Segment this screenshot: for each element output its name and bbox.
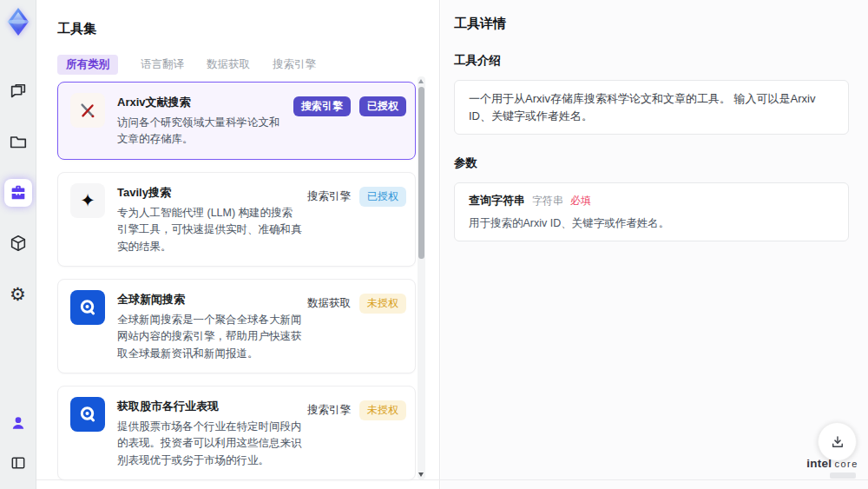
param-card: 查询字符串 字符串 必填 用于搜索的Arxiv ID、关键字或作者姓名。 bbox=[454, 182, 849, 241]
arxiv-logo-icon bbox=[70, 93, 105, 128]
intro-text: 一个用于从Arxiv存储库搜索科学论文和文章的工具。 输入可以是Arxiv ID… bbox=[469, 90, 834, 124]
scrollbar[interactable] bbox=[418, 76, 425, 479]
category-badge: 搜索引擎 bbox=[293, 96, 351, 116]
param-name: 查询字符串 bbox=[469, 193, 525, 208]
tool-list: Arxiv文献搜索 访问各个研究领域大量科学论文和文章的存储库。 搜索引擎 已授… bbox=[57, 82, 416, 489]
param-description: 用于搜索的Arxiv ID、关键字或作者姓名。 bbox=[469, 216, 834, 231]
detail-title: 工具详情 bbox=[454, 16, 849, 32]
tool-name: 获取股市各行业表现 bbox=[117, 399, 302, 414]
tavily-logo-icon: ✦ bbox=[70, 183, 105, 218]
sidebar-item-tools[interactable] bbox=[4, 179, 32, 207]
tool-name: Arxiv文献搜索 bbox=[117, 95, 288, 110]
category-label: 搜索引擎 bbox=[307, 403, 351, 418]
sidebar-item-collapse[interactable] bbox=[4, 449, 32, 477]
scroll-down-arrow-icon[interactable] bbox=[418, 472, 424, 477]
category-label: 搜索引擎 bbox=[307, 189, 351, 204]
sidebar-item-packages[interactable] bbox=[4, 229, 32, 257]
status-badge: 已授权 bbox=[359, 187, 406, 207]
package-icon bbox=[9, 234, 28, 253]
params-heading: 参数 bbox=[454, 155, 849, 171]
category-tabs: 所有类别 语言翻译 数据获取 搜索引擎 bbox=[57, 55, 439, 74]
icon-sidebar: ⚙ bbox=[0, 0, 36, 489]
tool-name: Tavily搜索 bbox=[117, 185, 302, 201]
intro-card: 一个用于从Arxiv存储库搜索科学论文和文章的工具。 输入可以是Arxiv ID… bbox=[454, 80, 849, 135]
tab-language-translation[interactable]: 语言翻译 bbox=[141, 57, 184, 72]
download-icon bbox=[830, 434, 845, 450]
status-badge: 未授权 bbox=[359, 400, 406, 420]
tab-data-fetch[interactable]: 数据获取 bbox=[207, 57, 250, 72]
tab-all-categories[interactable]: 所有类别 bbox=[57, 55, 118, 75]
toolbox-icon bbox=[9, 183, 28, 202]
intel-badge-smudge bbox=[830, 472, 856, 479]
tool-description: 提供股票市场各个行业在特定时间段内的表现。投资者可以利用这些信息来识别表现优于或… bbox=[117, 419, 302, 469]
intro-heading: 工具介绍 bbox=[454, 53, 849, 69]
panel-toggle-icon bbox=[10, 454, 27, 472]
param-type: 字符串 bbox=[532, 194, 563, 208]
tool-description: 全球新闻搜索是一个聚合全球各大新闻网站内容的搜索引擎，帮助用户快速获取全球最新资… bbox=[117, 312, 302, 362]
settings-icon: ⚙ bbox=[10, 285, 26, 303]
tool-card[interactable]: 获取股市各行业表现 提供股票市场各个行业在特定时间段内的表现。投资者可以利用这些… bbox=[57, 386, 416, 480]
status-badge: 已授权 bbox=[359, 96, 406, 116]
intel-core-logo: intelcore bbox=[806, 455, 859, 479]
param-required-flag: 必填 bbox=[570, 194, 591, 208]
tool-detail-panel: 工具详情 工具介绍 一个用于从Arxiv存储库搜索科学论文和文章的工具。 输入可… bbox=[441, 0, 868, 489]
stock-sector-logo-icon bbox=[70, 397, 105, 432]
page-title: 工具集 bbox=[57, 21, 439, 37]
scroll-up-arrow-icon[interactable] bbox=[418, 79, 424, 83]
intel-wordmark: intel bbox=[806, 457, 832, 470]
scrollbar-thumb[interactable] bbox=[418, 87, 424, 259]
tool-card[interactable]: 全球新闻搜索 全球新闻搜索是一个聚合全球各大新闻网站内容的搜索引擎，帮助用户快速… bbox=[57, 279, 416, 373]
category-label: 数据获取 bbox=[307, 296, 351, 311]
chat-icon bbox=[9, 83, 28, 102]
user-icon bbox=[10, 414, 27, 432]
tool-description: 访问各个研究领域大量科学论文和文章的存储库。 bbox=[117, 115, 288, 149]
sidebar-item-chat[interactable] bbox=[4, 78, 32, 106]
bottom-divider bbox=[36, 479, 868, 480]
app-logo-icon[interactable] bbox=[5, 7, 31, 36]
tool-list-panel: 工具集 所有类别 语言翻译 数据获取 搜索引擎 Arxiv文献搜索 访问各个研究… bbox=[36, 0, 440, 489]
sidebar-item-account[interactable] bbox=[4, 409, 32, 437]
status-badge: 未授权 bbox=[359, 294, 406, 314]
tool-description: 专为人工智能代理 (LLM) 构建的搜索引擎工具，可快速提供实时、准确和真实的结… bbox=[117, 205, 302, 255]
tool-card[interactable]: Arxiv文献搜索 访问各个研究领域大量科学论文和文章的存储库。 搜索引擎 已授… bbox=[57, 82, 416, 160]
tool-name: 全球新闻搜索 bbox=[117, 292, 302, 307]
sidebar-item-settings[interactable]: ⚙ bbox=[4, 280, 32, 307]
global-news-logo-icon bbox=[70, 290, 105, 325]
sidebar-item-files[interactable] bbox=[4, 129, 32, 156]
tab-search-engine[interactable]: 搜索引擎 bbox=[273, 57, 316, 72]
tool-card[interactable]: ✦ Tavily搜索 专为人工智能代理 (LLM) 构建的搜索引擎工具，可快速提… bbox=[57, 172, 416, 267]
folder-icon bbox=[9, 133, 28, 152]
core-wordmark: core bbox=[834, 459, 858, 469]
